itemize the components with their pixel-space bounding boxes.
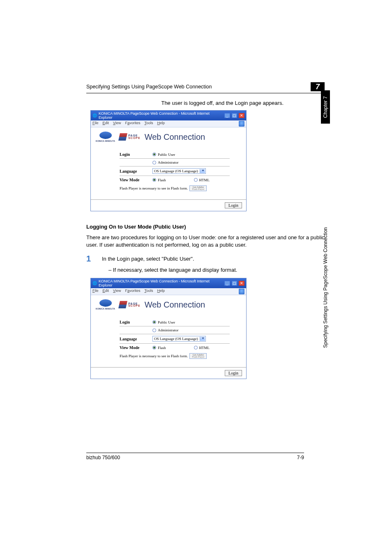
menu-edit[interactable]: Edit: [103, 121, 109, 127]
menu-tools[interactable]: Tools: [144, 121, 153, 127]
menu-help[interactable]: Help: [157, 289, 165, 294]
ie-menubar: File Edit View Favorites Tools Help: [91, 288, 246, 295]
pagescope-logo: PAGE SCOPE: [119, 133, 141, 141]
close-button[interactable]: ✕: [239, 113, 244, 118]
minimize-button[interactable]: _: [224, 281, 230, 286]
language-label: Language: [120, 337, 152, 341]
minimize-button[interactable]: _: [224, 113, 230, 118]
menu-tools[interactable]: Tools: [144, 289, 153, 294]
footer-page: 7-9: [297, 455, 304, 460]
language-select[interactable]: OS Language (OS Language): [152, 336, 206, 342]
ie-titlebar: 🌐 KONICA MINOLTA PageScope Web Connectio…: [91, 278, 246, 288]
radio-public-user[interactable]: [152, 153, 156, 156]
html-label: HTML: [199, 178, 210, 182]
ie-window-title: KONICA MINOLTA PageScope Web Connection …: [99, 111, 221, 120]
viewmode-label: View Mode: [120, 178, 152, 182]
menu-edit[interactable]: Edit: [103, 289, 109, 294]
public-user-label: Public User: [158, 320, 175, 324]
flash-label: Flash: [158, 346, 166, 350]
ie-window-title: KONICA MINOLTA PageScope Web Connection …: [99, 279, 221, 287]
menu-help[interactable]: Help: [157, 121, 165, 127]
step-text: In the Login page, select "Public User".: [102, 254, 194, 262]
radio-flash[interactable]: [152, 346, 156, 349]
maximize-button[interactable]: ▢: [232, 113, 238, 118]
footer-product: bizhub 750/600: [86, 455, 120, 460]
flash-note-text: Flash Player is necessary to see in Flas…: [120, 354, 188, 358]
flash-label: Flash: [158, 178, 166, 182]
menu-view[interactable]: View: [113, 121, 121, 127]
radio-administrator[interactable]: [152, 161, 156, 164]
radio-public-user[interactable]: [152, 320, 156, 324]
login-button[interactable]: Login: [225, 370, 242, 376]
header-title: Specifying Settings Using PageScope Web …: [86, 84, 307, 90]
step-1: 1 In the Login page, select "Public User…: [86, 254, 325, 264]
close-button[interactable]: ✕: [239, 281, 244, 286]
login-button[interactable]: Login: [225, 202, 242, 208]
banner: KONICA MINOLTA PAGE SCOPE Web Connection: [91, 127, 246, 148]
ie-window-2: 🌐 KONICA MINOLTA PageScope Web Connectio…: [90, 278, 247, 379]
administrator-label: Administrator: [158, 328, 179, 332]
section-paragraph: There are two procedures for logging on …: [86, 234, 325, 248]
banner: KONICA MINOLTA PAGE SCOPE Web Connection: [91, 295, 246, 316]
web-connection-text: Web Connection: [145, 132, 205, 142]
maximize-button[interactable]: ▢: [232, 281, 238, 286]
konica-minolta-logo: KONICA MINOLTA: [96, 132, 115, 142]
language-label: Language: [120, 169, 152, 173]
radio-flash[interactable]: [152, 178, 156, 182]
step-1-substep: – If necessary, select the language and …: [108, 267, 325, 273]
login-label: Login: [120, 152, 152, 157]
menu-file[interactable]: File: [92, 121, 99, 127]
web-connection-text: Web Connection: [145, 300, 205, 310]
menu-favorites[interactable]: Favorites: [125, 289, 140, 294]
chapter-number-box: 7: [311, 82, 325, 91]
pagescope-swoosh-icon: [118, 133, 127, 141]
section-subheading: Logging On to User Mode (Public User): [86, 224, 325, 230]
page-header: Specifying Settings Using PageScope Web …: [86, 82, 325, 93]
radio-html[interactable]: [194, 178, 198, 182]
login-label: Login: [120, 320, 152, 324]
menu-file[interactable]: File: [92, 289, 99, 294]
viewmode-label: View Mode: [120, 345, 152, 350]
pagescope-logo: PAGE SCOPE: [119, 301, 141, 308]
ie-app-icon: 🌐: [92, 281, 97, 285]
menu-favorites[interactable]: Favorites: [125, 121, 140, 127]
konica-minolta-logo: KONICA MINOLTA: [96, 299, 115, 310]
ie-app-icon: 🌐: [92, 113, 97, 118]
page-footer: bizhub 750/600 7-9: [86, 453, 304, 460]
radio-html[interactable]: [194, 346, 198, 349]
radio-administrator[interactable]: [152, 328, 156, 332]
step-number: 1: [86, 254, 94, 264]
ie-titlebar: 🌐 KONICA MINOLTA PageScope Web Connectio…: [91, 111, 246, 120]
public-user-label: Public User: [158, 153, 175, 157]
flash-note-text: Flash Player is necessary to see in Flas…: [120, 186, 188, 190]
ie-logo-icon: [239, 289, 244, 294]
ie-window-1: 🌐 KONICA MINOLTA PageScope Web Connectio…: [90, 110, 247, 211]
language-select[interactable]: OS Language (OS Language): [152, 168, 206, 174]
menu-view[interactable]: View: [113, 289, 121, 294]
pagescope-swoosh-icon: [118, 301, 127, 308]
logout-result-text: The user is logged off, and the Login pa…: [86, 100, 325, 106]
html-label: HTML: [199, 346, 210, 350]
get-flash-player-badge[interactable]: Get Adobe Flash Player: [189, 353, 207, 359]
get-flash-player-badge[interactable]: Get Adobe Flash Player: [189, 185, 207, 191]
ie-logo-icon: [239, 121, 244, 127]
administrator-label: Administrator: [158, 160, 179, 164]
ie-menubar: File Edit View Favorites Tools Help: [91, 120, 246, 127]
